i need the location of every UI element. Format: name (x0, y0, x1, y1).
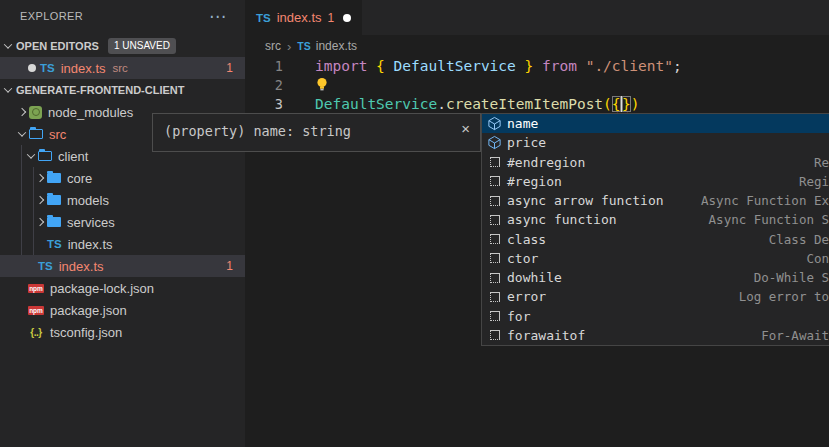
open-editor-file-name: index.ts (61, 61, 106, 76)
suggest-item-detail: Regi (799, 174, 829, 189)
tree-item-services[interactable]: services (0, 211, 245, 233)
suggest-item-name[interactable]: name (482, 114, 829, 133)
suggest-item-label: for (507, 309, 530, 324)
error-open-brace: { (612, 96, 621, 112)
folder-icon (47, 217, 61, 227)
typescript-file-icon: TS (47, 238, 62, 250)
suggest-docs-tooltip: (property) name: string × (152, 113, 481, 152)
open-brace: { (376, 58, 393, 74)
code-line-3[interactable]: 3 DefaultService.createItemItemPost({}) (245, 95, 829, 114)
tree-item-label: client (58, 149, 88, 164)
tree-item-label: index.ts (68, 237, 113, 252)
chevron-down-icon (0, 43, 16, 49)
tree-item-label: package.json (50, 303, 127, 318)
folder-icon (47, 195, 61, 205)
error-count-badge: 1 (226, 61, 233, 75)
open-editors-section-header[interactable]: OPEN EDITORS 1 UNSAVED (0, 35, 245, 57)
suggest-item-detail: Log error to (739, 289, 829, 304)
line-number: 1 (245, 57, 283, 76)
vscode-window: EXPLORER ⋯ OPEN EDITORS 1 UNSAVED TS ind… (0, 0, 829, 447)
tab-index-ts[interactable]: TS index.ts 1 (245, 0, 362, 35)
snippet-icon (490, 253, 500, 263)
modified-dot-icon[interactable] (343, 14, 351, 22)
code-editor[interactable]: 1 import { DefaultService } from "./clie… (245, 57, 829, 114)
tree-item-core[interactable]: core (0, 167, 245, 189)
open-editor-file-path: src (113, 62, 128, 74)
suggest-item-label: async function (507, 212, 617, 227)
suggest-item-class[interactable]: class Class De (482, 230, 829, 249)
unsaved-badge: 1 UNSAVED (108, 38, 176, 54)
suggest-item-detail: Async Function Ex (701, 193, 829, 208)
lightbulb-icon[interactable] (315, 77, 329, 97)
close-icon[interactable]: × (461, 121, 470, 136)
error-count-badge: 1 (226, 259, 233, 273)
tsconfig-file-icon: {..} (28, 327, 44, 338)
suggest-item-ctor[interactable]: ctor Con (482, 249, 829, 268)
close-paren: ) (631, 96, 640, 112)
code-line-2[interactable]: 2 (245, 76, 829, 95)
class-reference: DefaultService (315, 96, 437, 112)
suggest-item-async-function[interactable]: async function Async Function S (482, 210, 829, 229)
tree-item-label: node_modules (48, 105, 133, 120)
suggest-item-detail: Async Function S (709, 212, 829, 227)
open-editor-item-index-ts[interactable]: TS index.ts src 1 (0, 57, 245, 79)
method-call: createItemItemPost (446, 96, 603, 112)
code-line-content (315, 76, 329, 95)
breadcrumb-folder[interactable]: src (265, 39, 281, 53)
chevron-down-icon (0, 87, 16, 93)
tree-item-src-index-ts[interactable]: TS index.ts 1 (0, 255, 245, 277)
more-actions-icon[interactable]: ⋯ (209, 6, 227, 27)
tree-item-package-lock-json[interactable]: npm package-lock.json (0, 277, 245, 299)
project-section-header[interactable]: GENERATE-FRONTEND-CLIENT (0, 79, 245, 101)
suggest-item-endregion[interactable]: #endregion Re (482, 153, 829, 172)
tree-item-label: src (49, 127, 66, 142)
tree-item-client-index-ts[interactable]: TS index.ts (0, 233, 245, 255)
chevron-right-icon (33, 219, 47, 225)
suggest-item-detail: Class De (769, 232, 829, 247)
explorer-sidebar: EXPLORER ⋯ OPEN EDITORS 1 UNSAVED TS ind… (0, 0, 245, 447)
module-string: "./client" (586, 58, 673, 74)
breadcrumb-file[interactable]: index.ts (316, 39, 357, 53)
suggest-item-for[interactable]: for (482, 307, 829, 326)
snippet-icon (490, 292, 500, 302)
snippet-icon (490, 196, 500, 206)
keyword-from: from (542, 58, 586, 74)
npm-file-icon: npm (28, 306, 44, 315)
tree-item-models[interactable]: models (0, 189, 245, 211)
suggest-item-label: error (507, 289, 546, 304)
typescript-file-icon: TS (297, 40, 310, 52)
typescript-file-icon: TS (40, 62, 55, 74)
code-line-content: DefaultService.createItemItemPost({}) (315, 95, 640, 114)
code-line-1[interactable]: 1 import { DefaultService } from "./clie… (245, 57, 829, 76)
semicolon: ; (673, 58, 682, 74)
chevron-right-icon (33, 175, 47, 181)
suggest-item-region[interactable]: #region Regi (482, 172, 829, 191)
suggest-item-label: #region (507, 174, 562, 189)
suggest-item-async-arrow-function[interactable]: async arrow function Async Function Ex (482, 191, 829, 210)
tab-title: index.ts (277, 10, 322, 25)
suggest-item-label: forawaitof (507, 328, 585, 343)
suggest-item-detail: Re (814, 155, 829, 170)
suggest-item-dowhile[interactable]: dowhile Do-While S (482, 268, 829, 287)
suggest-item-forawaitof[interactable]: forawaitof For-Await (482, 326, 829, 345)
suggest-item-label: async arrow function (507, 193, 664, 208)
npm-file-icon: npm (28, 284, 44, 293)
explorer-title: EXPLORER (20, 10, 83, 22)
tree-item-tsconfig-json[interactable]: {..} tsconfig.json (0, 321, 245, 343)
project-name-label: GENERATE-FRONTEND-CLIENT (16, 84, 184, 96)
snippet-icon (490, 176, 500, 186)
open-editors-label: OPEN EDITORS (16, 40, 99, 52)
snippet-icon (490, 215, 500, 225)
suggest-item-label: #endregion (507, 155, 585, 170)
suggest-item-price[interactable]: price (482, 133, 829, 152)
chevron-right-icon (33, 197, 47, 203)
folder-icon (47, 173, 61, 183)
tree-item-package-json[interactable]: npm package.json (0, 299, 245, 321)
tree-item-label: index.ts (59, 259, 104, 274)
editor-tab-bar: TS index.ts 1 (245, 0, 829, 35)
code-line-content: import { DefaultService } from "./client… (315, 57, 682, 76)
snippet-icon (490, 311, 500, 321)
close-brace: } (516, 58, 542, 74)
tooltip-text: (property) name: string (164, 123, 351, 139)
suggest-item-error[interactable]: error Log error to (482, 287, 829, 306)
